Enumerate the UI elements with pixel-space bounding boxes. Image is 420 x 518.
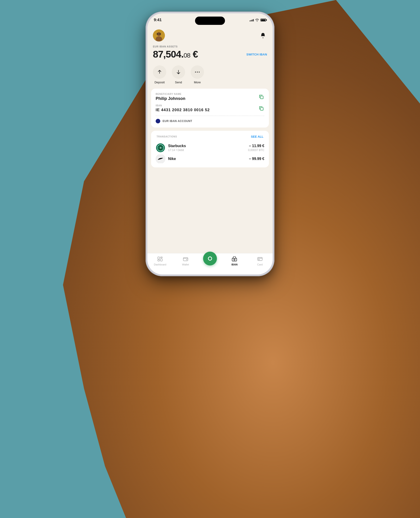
deposit-label: Deposit <box>155 81 165 84</box>
battery-icon <box>260 19 266 22</box>
card-nav-label: Card <box>257 263 263 266</box>
nav-item-card[interactable]: Card <box>252 256 268 266</box>
transaction-name: Starbucks <box>168 144 245 148</box>
send-label: Send <box>175 81 182 84</box>
svg-rect-15 <box>158 257 160 259</box>
bottom-nav: Dashboard Wallet <box>147 253 273 274</box>
wifi-icon <box>255 19 259 22</box>
svg-point-7 <box>197 72 198 73</box>
copy-iban-button[interactable] <box>258 105 264 111</box>
nav-item-wallet[interactable]: Wallet <box>178 256 193 266</box>
nav-item-dashboard[interactable]: Dashboard <box>152 256 168 266</box>
transaction-eur: – 99.99 € <box>249 157 264 161</box>
scene: 9:41 <box>0 0 420 518</box>
switch-iban-button[interactable]: SWITCH IBAN <box>246 53 267 56</box>
iban-account-row: EUR IBAN ACCOUNT <box>156 119 264 123</box>
svg-point-6 <box>195 72 196 73</box>
svg-rect-3 <box>157 33 158 35</box>
more-label: More <box>194 81 201 84</box>
beneficiary-name-row: BENEFICIARY NAME Philip Johnson <box>156 93 264 101</box>
nav-item-iban[interactable]: IBAN <box>227 256 242 266</box>
iban-account-dot <box>156 119 160 123</box>
wallet-icon <box>182 256 189 262</box>
app-content: EUR IBAN ASSETS 87,504.08 € SWITCH IBAN <box>147 27 273 274</box>
iban-icon <box>231 256 238 262</box>
beneficiary-name-value: Philip Johnson <box>156 96 185 101</box>
svg-rect-4 <box>159 33 161 35</box>
svg-point-20 <box>186 259 187 260</box>
svg-rect-9 <box>260 96 263 99</box>
balance-section: EUR IBAN ASSETS 87,504.08 € SWITCH IBAN <box>147 43 273 64</box>
nike-logo <box>156 155 165 163</box>
status-time: 9:41 <box>154 18 162 22</box>
transaction-meta: 17:14 • Debit <box>168 148 245 152</box>
svg-text:★: ★ <box>160 147 162 149</box>
beneficiary-name-label: BENEFICIARY NAME <box>156 93 185 95</box>
transactions-label: TRANSACTIONS <box>157 135 177 138</box>
starbucks-logo: ★ <box>156 143 165 153</box>
balance-label: EUR IBAN ASSETS <box>153 45 267 48</box>
dashboard-nav-label: Dashboard <box>154 263 166 266</box>
svg-rect-25 <box>258 257 262 261</box>
svg-rect-18 <box>160 259 162 261</box>
app-header <box>147 27 273 43</box>
wallet-nav-label: Wallet <box>182 263 189 266</box>
balance-row: 87,504.08 € SWITCH IBAN <box>153 49 267 60</box>
copy-name-button[interactable] <box>258 94 264 100</box>
iban-label: IBAN <box>156 104 210 107</box>
svg-rect-10 <box>260 108 263 110</box>
dynamic-island <box>195 17 225 25</box>
iban-row: IBAN IE 4431 2002 3810 0016 52 <box>156 104 264 112</box>
transaction-amount: – 11.99 € 0,00037 BTC <box>248 144 264 152</box>
beneficiary-card: BENEFICIARY NAME Philip Johnson IB <box>151 89 269 127</box>
deposit-button[interactable]: Deposit <box>153 65 166 84</box>
card-icon <box>257 256 263 262</box>
avatar[interactable] <box>153 30 165 41</box>
center-nav-circle <box>203 252 217 266</box>
transaction-btc: 0,00037 BTC <box>248 148 264 152</box>
send-button[interactable]: Send <box>172 65 185 84</box>
transaction-eur: – 11.99 € <box>248 144 264 148</box>
svg-point-8 <box>199 72 200 73</box>
notification-bell-icon[interactable] <box>259 31 267 40</box>
more-button[interactable]: More <box>191 65 204 84</box>
transaction-info: Starbucks 17:14 • Debit <box>168 144 245 152</box>
dashboard-icon <box>157 256 163 262</box>
balance-amount: 87,504.08 € <box>153 49 198 60</box>
status-icons <box>250 19 266 22</box>
see-all-button[interactable]: SEE ALL <box>251 135 263 138</box>
phone-frame: 9:41 <box>146 12 274 276</box>
phone-screen: 9:41 <box>147 13 273 274</box>
transaction-amount: – 99.99 € <box>249 157 264 161</box>
action-buttons: Deposit Send <box>147 64 273 89</box>
transaction-item[interactable]: ★ Starbucks 17:14 • Debit <box>156 141 264 155</box>
transaction-info: Nike <box>168 157 246 161</box>
svg-rect-17 <box>158 260 160 261</box>
nav-item-center[interactable] <box>203 252 217 266</box>
transaction-name: Nike <box>168 157 246 161</box>
transactions-header: TRANSACTIONS SEE ALL <box>156 135 264 141</box>
signal-icon <box>250 19 254 22</box>
iban-account-label: EUR IBAN ACCOUNT <box>163 119 192 123</box>
iban-value: IE 4431 2002 3810 0016 52 <box>156 108 210 112</box>
svg-rect-16 <box>160 257 162 258</box>
iban-nav-label: IBAN <box>232 263 238 266</box>
card-divider <box>156 116 264 116</box>
svg-rect-19 <box>183 258 188 261</box>
transaction-item[interactable]: Nike – 99.99 € <box>156 155 264 163</box>
svg-rect-27 <box>258 259 260 260</box>
transactions-card: TRANSACTIONS SEE ALL <box>151 131 269 167</box>
